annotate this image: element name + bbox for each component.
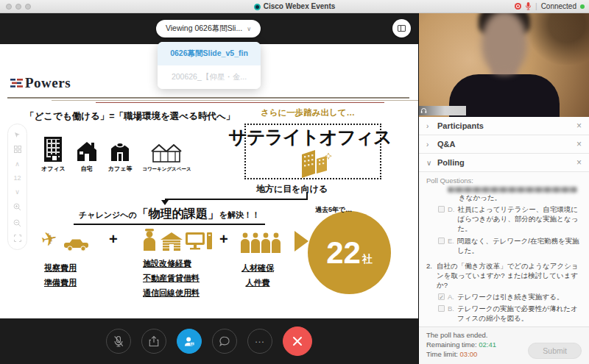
slide-tools-palette: ∧ 12 ∨ xyxy=(7,124,27,250)
presenter-video xyxy=(419,13,589,117)
workplace-cafe: カフェ等 xyxy=(108,140,133,173)
close-window-button[interactable] xyxy=(6,4,12,10)
record-icon xyxy=(515,3,521,10)
traffic-lights[interactable] xyxy=(6,4,31,10)
viewing-label: Viewing 0626幕間Sli... xyxy=(166,24,242,34)
section-participants[interactable]: › Participants × xyxy=(419,117,589,135)
close-icon[interactable]: × xyxy=(576,140,582,149)
result-caption: 過去5年で… xyxy=(315,205,352,215)
poll-questions-panel: Poll Questions: きなかった。 D. 社員によってリテラシー、自宅… xyxy=(419,172,589,326)
mic-muted-icon xyxy=(112,335,125,348)
page-down-icon[interactable]: ∨ xyxy=(15,189,20,196)
powers-logo: Powers xyxy=(10,75,71,91)
document-dropdown-menu: 0626幕間Slide_v5_fin 200626_【仰星・金... xyxy=(158,42,261,89)
more-options-button[interactable]: … xyxy=(247,329,272,354)
connector-line xyxy=(165,199,308,200)
blurred-face xyxy=(482,13,527,74)
viewing-dropdown[interactable]: Viewing 0626幕間Sli... ∨ xyxy=(156,20,261,38)
webex-logo-icon xyxy=(254,4,261,10)
gold-building-icon xyxy=(296,149,334,178)
close-icon[interactable]: × xyxy=(576,121,582,130)
divider xyxy=(7,97,409,99)
cafe-icon xyxy=(109,140,131,162)
submit-button[interactable]: Submit xyxy=(528,343,582,359)
leave-meeting-button[interactable] xyxy=(283,326,312,356)
section-polling[interactable]: ∨ Polling × xyxy=(419,154,589,172)
worker-icon xyxy=(141,228,158,251)
connected-label: Connected xyxy=(541,2,576,10)
office-building-icon xyxy=(44,137,62,162)
slide-heading: 「どこでも働ける」=「職場環境を選べる時代へ」 xyxy=(25,110,235,123)
poll-ended-text: The poll has ended. xyxy=(426,331,582,339)
zoom-out-icon[interactable] xyxy=(13,219,21,227)
zoom-in-icon[interactable] xyxy=(13,203,21,211)
option-text-continuation: きなかった。 xyxy=(459,193,582,202)
workplace-coworking: コワーキングスペース xyxy=(142,143,191,173)
arrow-down-icon xyxy=(161,200,169,205)
car-icon xyxy=(63,238,90,251)
participants-button[interactable] xyxy=(177,329,202,354)
panel-toggle-button[interactable] xyxy=(392,19,411,38)
dropdown-item-slide[interactable]: 0626幕間Slide_v5_fin xyxy=(158,42,261,65)
minimize-window-button[interactable] xyxy=(15,4,21,10)
airplane-icon: ✈ xyxy=(39,226,60,251)
close-icon xyxy=(292,335,303,347)
mute-button[interactable] xyxy=(106,329,131,354)
workplace-office: オフィス xyxy=(41,137,66,173)
checkbox[interactable] xyxy=(438,206,445,213)
presenter-name-tag xyxy=(419,106,466,115)
divider xyxy=(96,102,384,103)
challenge-line: チャレンジへの「物理的課題」を解決！！ xyxy=(74,207,265,225)
page-up-icon[interactable]: ∧ xyxy=(15,161,20,168)
panel-icon xyxy=(398,25,406,32)
checkbox-checked[interactable]: ✓ xyxy=(438,293,445,300)
workplace-home: 自宅 xyxy=(76,140,98,173)
share-icon xyxy=(147,335,161,348)
side-panel: › Participants × › Q&A × ∨ Polling × Pol… xyxy=(418,13,589,364)
poll-option: E. 問題なく、テレワーク/在宅勤務を実施した。 xyxy=(438,236,582,255)
close-icon[interactable]: × xyxy=(576,158,582,167)
fullscreen-icon[interactable] xyxy=(14,235,21,242)
dropdown-item-other[interactable]: 200626_【仰星・金... xyxy=(158,65,261,89)
section-qa[interactable]: › Q&A × xyxy=(419,135,589,154)
chevron-down-icon: ∨ xyxy=(426,159,432,167)
divider xyxy=(52,100,418,101)
logo-text: Powers xyxy=(25,75,71,91)
plus-sign: + xyxy=(109,231,118,248)
chevron-down-icon: ∨ xyxy=(247,26,251,32)
result-unit: 社 xyxy=(362,253,373,266)
arrow-right-icon xyxy=(294,231,308,251)
cost-travel: 視察費用 準備費用 xyxy=(44,260,77,290)
time-limit-value: 03:00 xyxy=(460,350,478,358)
mic-alert-icon xyxy=(525,2,532,10)
app-title: Cisco Webex Events xyxy=(0,2,589,10)
meeting-controls: … xyxy=(0,318,418,364)
coworking-icon xyxy=(150,143,183,163)
powers-logo-icon xyxy=(10,78,23,89)
zoom-window-button[interactable] xyxy=(25,4,31,10)
sub-note: 地方に目を向ける xyxy=(256,183,328,196)
viewer-toolbar: Viewing 0626幕間Sli... ∨ xyxy=(0,13,418,44)
thumbnails-icon[interactable] xyxy=(14,146,21,153)
participants-icon xyxy=(183,335,196,348)
gold-house-icon xyxy=(159,231,184,251)
slide-main-title: サテライトオフィス xyxy=(212,125,408,149)
titlebar-status: | Connected xyxy=(515,2,585,10)
divider: | xyxy=(535,2,537,10)
share-button[interactable] xyxy=(141,329,166,354)
page-indicator: 12 xyxy=(13,175,21,182)
chevron-right-icon: › xyxy=(426,122,432,130)
chat-icon xyxy=(218,335,231,348)
cost-facility: 施設改修経費 不動産賃貸借料 通信回線使用料 xyxy=(143,256,200,300)
checkbox[interactable] xyxy=(438,238,445,244)
remaining-time-value: 02:41 xyxy=(479,340,496,349)
connected-dot xyxy=(580,4,585,9)
plus-sign: + xyxy=(219,231,228,248)
chat-button[interactable] xyxy=(212,329,237,354)
webex-window: Cisco Webex Events | Connected Viewing 0… xyxy=(0,0,589,364)
result-number: 22 xyxy=(326,238,361,268)
pointer-tool-icon[interactable] xyxy=(14,132,21,138)
poll-option: B. テレワークの実施で必要性が薄れたオフィスの縮小を図る。 xyxy=(438,304,582,323)
checkbox[interactable] xyxy=(438,305,445,312)
workplace-icons-row: オフィス 自宅 xyxy=(41,137,191,173)
